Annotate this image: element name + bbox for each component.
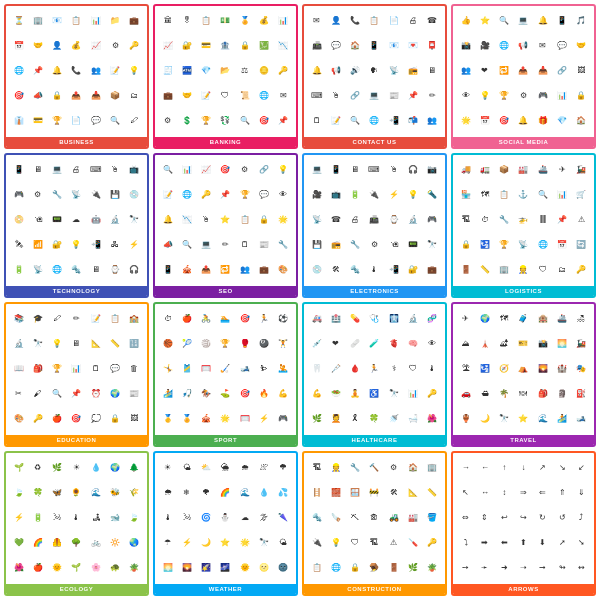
icon-cell: 🎪: [197, 406, 216, 431]
icon-cell: 📅: [9, 34, 28, 59]
icon-cell: ➜: [495, 555, 514, 580]
icon-cell: ⤵: [456, 530, 475, 555]
icon-cell: 🌍: [475, 307, 494, 332]
icon-cell: 🚁: [514, 208, 533, 233]
icon-cell: 🍽: [514, 381, 533, 406]
icon-cell: 📠: [365, 208, 384, 233]
icon-cell: 📧: [48, 9, 67, 34]
icon-cell: 🏃: [254, 307, 273, 332]
icon-cell: 🥅: [235, 406, 254, 431]
icon-cell: 📤: [514, 59, 533, 84]
icon-cell: 🔍: [495, 9, 514, 34]
icon-cell: 🌏: [125, 530, 144, 555]
icon-cell: 🚴: [197, 307, 216, 332]
icon-cell: 🏦: [216, 34, 235, 59]
icon-cell: 💪: [274, 381, 293, 406]
icons-area-education: 📚🎓🖊✏📝📋🏫🔬🔭💡🖥📐📏🔢📖🎒🏆📊🗒💬🗑✂🖌🔍📌⏰🌍📰🎨🔑🍎🎯💭🔒🖼: [6, 304, 147, 445]
card-social: 👍⭐🔍💻🔔📱🎵📸🎥🌐📢✉💬🤝👥❤🔁📤📥🔗🖼👁💡🏆⚙🎮📊🔒🌟📅🎯🔔🎁💎🏠SOCIA…: [451, 4, 596, 149]
icon-cell: ⌚: [384, 208, 403, 233]
card-label-arrows: ARROWS: [453, 584, 594, 594]
icon-cell: 🪟: [346, 481, 365, 506]
icon-cell: 🏢: [495, 257, 514, 282]
icon-cell: 📢: [514, 34, 533, 59]
icon-cell: 🔍: [48, 381, 67, 406]
icon-cell: ⛺: [514, 357, 533, 382]
icon-cell: 💻: [48, 158, 67, 183]
icon-cell: 💬: [552, 34, 571, 59]
icon-cell: 🍀: [365, 406, 384, 431]
icon-cell: 🔩: [307, 506, 326, 531]
icon-cell: 📜: [235, 83, 254, 108]
icon-cell: ⏰: [86, 381, 105, 406]
icon-cell: 💡: [125, 59, 144, 84]
icon-cell: 🎗: [346, 406, 365, 431]
icon-cell: 🏄: [552, 406, 571, 431]
icon-cell: 📬: [403, 108, 422, 133]
icon-cell: 🔒: [572, 83, 591, 108]
icon-cell: 🎽: [177, 357, 196, 382]
icon-cell: 🎒: [28, 357, 47, 382]
icon-cell: 🚂: [572, 158, 591, 183]
icon-cell: 📊: [552, 183, 571, 208]
icon-cell: 🚧: [365, 481, 384, 506]
icon-cell: 📏: [105, 332, 124, 357]
icon-cell: 📺: [326, 183, 345, 208]
icon-cell: 🍎: [177, 307, 196, 332]
icon-cell: 🌲: [125, 456, 144, 481]
card-seo: 🔍📊📈🎯⚙🔗💡📝🌐🔑📌🏆💬👁🔔📉🖱⭐📋🔒🌟📣🔍💻✏🗒📰🔧📱🎪📤🔁👥💼🎨SEO: [153, 153, 298, 298]
icon-cell: 🔭: [495, 406, 514, 431]
card-electronics: 💻📱🖥⌨🖱🎧📷🎥📺🔋🔌⚡💡🔦📡☎🖨📠⌚🔬🎮💾📻🔧⚙🖲📟🔭💿🛠🔩🌡📲🔐💼ELECT…: [302, 153, 447, 298]
icon-cell: 📊: [403, 381, 422, 406]
icon-cell: 📥: [86, 83, 105, 108]
icon-cell: 🔑: [274, 59, 293, 84]
icon-cell: 📱: [158, 257, 177, 282]
icon-cell: 🏨: [533, 307, 552, 332]
icon-cell: 🔍: [346, 108, 365, 133]
icon-cell: 🧘: [346, 381, 365, 406]
icon-cell: 🌅: [158, 555, 177, 580]
icon-cell: 🌝: [254, 555, 273, 580]
icon-cell: 🔭: [125, 208, 144, 233]
icon-cell: 🏅: [177, 406, 196, 431]
icon-cell: 💭: [86, 406, 105, 431]
icon-cell: 🏭: [403, 506, 422, 531]
icon-cell: 🧳: [514, 307, 533, 332]
icon-cell: ❤: [326, 332, 345, 357]
icon-cell: 📝: [158, 183, 177, 208]
icon-cell: 🎯: [67, 406, 86, 431]
icon-cell: 👁: [423, 332, 442, 357]
icon-cell: 📊: [67, 357, 86, 382]
icon-cell: 🖨: [403, 9, 422, 34]
icon-cell: 🔑: [28, 406, 47, 431]
icon-cell: 📈: [158, 34, 177, 59]
icons-area-contact: ✉👤📞📋📄🖨☎📠💬🏠📱📧💌📮🔔📢🔊🗣📡📻🖥⌨🖱🔗💻📰📌✏🗒📝🔍🌐📲📬👥: [304, 6, 445, 147]
icon-cell: 🔧: [346, 232, 365, 257]
icon-cell: 🔒: [346, 555, 365, 580]
icon-cell: 🔌: [307, 530, 326, 555]
icon-cell: 🏆: [197, 108, 216, 133]
icon-cell: 🔁: [216, 257, 235, 282]
icon-cell: 📉: [177, 208, 196, 233]
icon-cell: 🪙: [254, 59, 273, 84]
icon-cell: ⚡: [254, 406, 273, 431]
icon-cell: ✉: [307, 9, 326, 34]
icon-cell: ⚕: [384, 357, 403, 382]
icon-cell: 🪴: [125, 555, 144, 580]
icon-cell: 🏠: [346, 34, 365, 59]
icon-cell: 🌙: [197, 530, 216, 555]
icon-cell: 📝: [326, 108, 345, 133]
icon-cell: 💎: [197, 59, 216, 84]
icon-cell: 📖: [9, 357, 28, 382]
icon-cell: 📋: [67, 9, 86, 34]
icon-cell: 🔍: [105, 108, 124, 133]
icon-cell: 📷: [423, 158, 442, 183]
icon-cell: 🚲: [86, 530, 105, 555]
icon-cell: ↖: [456, 481, 475, 506]
icon-cell: 🔥: [254, 381, 273, 406]
icon-cell: ⏱: [158, 307, 177, 332]
icon-cell: 🛂: [475, 232, 494, 257]
icon-cell: 💿: [125, 183, 144, 208]
icon-cell: 💬: [254, 183, 273, 208]
icon-cell: 🎥: [307, 183, 326, 208]
icon-cell: 🤖: [86, 208, 105, 233]
